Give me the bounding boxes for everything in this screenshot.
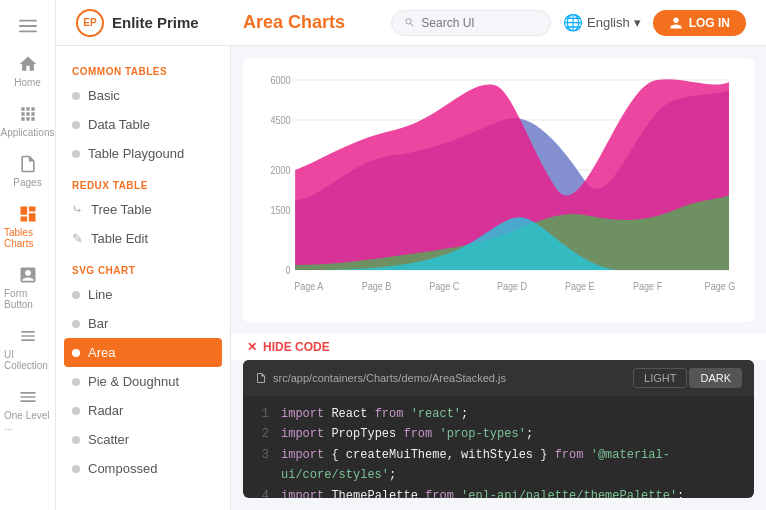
svg-text:Page B: Page B — [362, 281, 392, 293]
nav-table-playground[interactable]: Table Playgound — [56, 139, 230, 168]
svg-text:4500: 4500 — [271, 115, 291, 127]
sidebar-item-ui-collection[interactable]: UI Collection — [0, 318, 55, 379]
hide-code-bar[interactable]: ✕ HIDE CODE — [231, 334, 766, 360]
left-nav: Common Tables Basic Data Table Table Pla… — [56, 46, 231, 510]
section-label-redux-table: Redux Table — [56, 168, 230, 195]
code-line-1: 1 import React from 'react'; — [255, 404, 742, 424]
logo-area: EP Enlite Prime — [76, 9, 231, 37]
language-selector[interactable]: 🌐 English ▾ — [563, 13, 641, 32]
nav-tree-table[interactable]: ⤷ Tree Table — [56, 195, 230, 224]
svg-rect-0 — [19, 20, 37, 22]
search-input[interactable] — [421, 16, 538, 30]
app-name: Enlite Prime — [112, 14, 199, 31]
login-button[interactable]: LOG IN — [653, 10, 746, 36]
nav-dot — [72, 291, 80, 299]
sidebar-item-one-level[interactable]: One Level ... — [0, 379, 55, 440]
page-title: Area Charts — [243, 12, 379, 33]
nav-dot — [72, 436, 80, 444]
nav-data-table[interactable]: Data Table — [56, 110, 230, 139]
svg-text:Page E: Page E — [565, 281, 595, 293]
svg-rect-2 — [19, 31, 37, 33]
nav-dot — [72, 92, 80, 100]
svg-text:Page G: Page G — [705, 281, 736, 293]
area-chart-svg: 6000 4500 2000 1500 0 — [259, 70, 738, 310]
chart-section: 6000 4500 2000 1500 0 — [243, 58, 754, 322]
sidebar-item-home[interactable]: Home — [0, 46, 55, 96]
nav-dot — [72, 465, 80, 473]
file-path: src/app/containers/Charts/demo/AreaStack… — [255, 372, 506, 384]
search-icon — [404, 16, 415, 29]
code-body: 1 import React from 'react'; 2 import Pr… — [243, 396, 754, 498]
nav-dot — [72, 121, 80, 129]
tree-icon: ⤷ — [72, 202, 83, 217]
section-label-svg-chart: SVG Chart — [56, 253, 230, 280]
nav-scatter[interactable]: Scatter — [56, 425, 230, 454]
nav-dot — [72, 407, 80, 415]
theme-light-button[interactable]: LIGHT — [633, 368, 687, 388]
icon-sidebar: Home Applications Pages Tables Charts Fo… — [0, 0, 56, 510]
nav-basic[interactable]: Basic — [56, 81, 230, 110]
sidebar-item-form-button[interactable]: Form Button — [0, 257, 55, 318]
svg-text:Page C: Page C — [429, 281, 459, 293]
svg-text:Page D: Page D — [497, 281, 527, 293]
sidebar-item-tables-charts[interactable]: Tables Charts — [0, 196, 55, 257]
svg-text:0: 0 — [286, 265, 291, 277]
nav-radar[interactable]: Radar — [56, 396, 230, 425]
edit-icon: ✎ — [72, 231, 83, 246]
file-icon — [255, 372, 267, 384]
code-line-2: 2 import PropTypes from 'prop-types'; — [255, 424, 742, 444]
chart-container: 6000 4500 2000 1500 0 — [259, 70, 738, 310]
sidebar-item-applications[interactable]: Applications — [0, 96, 55, 146]
nav-dot — [72, 150, 80, 158]
sidebar-item-pages[interactable]: Pages — [0, 146, 55, 196]
nav-dot — [72, 349, 80, 357]
logo-icon: EP — [76, 9, 104, 37]
nav-pie-doughnut[interactable]: Pie & Doughnut — [56, 367, 230, 396]
top-header: EP Enlite Prime Area Charts 🌐 English ▾ … — [56, 0, 766, 46]
section-label-common-tables: Common Tables — [56, 54, 230, 81]
nav-table-edit[interactable]: ✎ Table Edit — [56, 224, 230, 253]
svg-text:6000: 6000 — [271, 75, 291, 87]
close-icon: ✕ — [247, 340, 257, 354]
svg-text:Page F: Page F — [633, 281, 662, 293]
svg-rect-1 — [19, 25, 37, 27]
login-icon — [669, 16, 683, 30]
theme-dark-button[interactable]: DARK — [689, 368, 742, 388]
code-line-4: 4 import ThemePalette from 'enl-api/pale… — [255, 486, 742, 498]
svg-text:Page A: Page A — [294, 281, 324, 293]
main-content: 6000 4500 2000 1500 0 — [231, 46, 766, 510]
svg-text:2000: 2000 — [271, 165, 291, 177]
code-header: src/app/containers/Charts/demo/AreaStack… — [243, 360, 754, 396]
code-line-3: 3 import { createMuiTheme, withStyles } … — [255, 445, 742, 486]
nav-dot — [72, 320, 80, 328]
code-section: src/app/containers/Charts/demo/AreaStack… — [243, 360, 754, 498]
nav-dot — [72, 378, 80, 386]
svg-text:1500: 1500 — [271, 205, 291, 217]
nav-area[interactable]: Area — [64, 338, 222, 367]
nav-composed[interactable]: Compossed — [56, 454, 230, 483]
hamburger-icon[interactable] — [10, 8, 46, 44]
hide-code-label: HIDE CODE — [263, 340, 330, 354]
nav-bar[interactable]: Bar — [56, 309, 230, 338]
search-box[interactable] — [391, 10, 551, 36]
theme-buttons: LIGHT DARK — [633, 368, 742, 388]
nav-line[interactable]: Line — [56, 280, 230, 309]
